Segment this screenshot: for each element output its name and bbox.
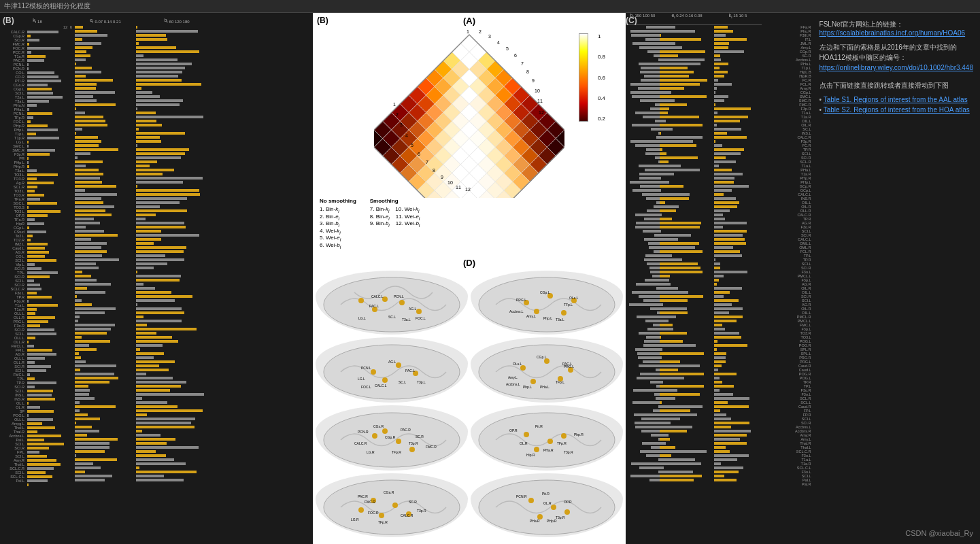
svg-text:T3p.R: T3p.R	[564, 450, 573, 454]
svg-text:PRG.L: PRG.L	[516, 298, 526, 302]
roi-label-r: Pal.R	[762, 482, 813, 486]
table-s1-link[interactable]: Table S1. Regions of interest from the A…	[824, 96, 968, 103]
click-text: 点击下面链接直接跳转或者直接滑动到下图	[820, 82, 949, 89]
panel-b-label: (B)	[3, 16, 14, 25]
ki-chart-rows: CALC.R CGp.R SCI.R FMC.R FOC.R PCC.R T1a…	[0, 30, 75, 520]
colorbar-labels: 1 0.8 0.6 0.4 0.2	[598, 33, 605, 122]
svg-text:6: 6	[514, 53, 517, 58]
svg-text:10: 10	[535, 88, 540, 93]
svg-point-169	[324, 277, 460, 332]
svg-text:CGs.R: CGs.R	[373, 424, 384, 428]
svg-text:Php.L: Php.L	[543, 316, 552, 320]
svg-text:4: 4	[405, 133, 408, 138]
svg-text:PCN.R: PCN.R	[358, 430, 369, 434]
ki-right-header: ki 15 10 5	[714, 13, 762, 25]
colorbar-val-04: 0.4	[598, 95, 605, 101]
svg-text:PHa.R: PHa.R	[543, 448, 554, 452]
right-label-col: FFa.R Phu.R F3III.R IT.L JML.R Amy.L CGp…	[762, 25, 813, 486]
legend-item-3: 3. Bin-bi	[320, 220, 356, 228]
corr-matrix: 1 2 3 4 5 6 7 8 9 10 11 12 12 11 10 9 8 …	[374, 28, 564, 199]
table-s2-row: • Table S2. Regions of interest from the…	[820, 106, 973, 114]
ki-left-bars: 12 6 CALC.R CGp.R SCI.R FMC.R FOC.R PCC.…	[0, 25, 75, 520]
svg-point-269	[528, 498, 534, 503]
right-bar-rows	[626, 25, 762, 515]
svg-text:PAC.L: PAC.L	[405, 369, 415, 373]
svg-point-212	[544, 358, 550, 364]
left-panel: (B) ki 18 12 6 CALC.R C	[0, 13, 313, 544]
watermark: CSDN @xiaobai_Ry	[905, 529, 973, 537]
svg-text:OLs.L: OLs.L	[513, 362, 522, 366]
right-charts: (C) bi 150 100 50 ei 0.24 0.16 0.08 ki 1…	[626, 13, 762, 544]
svg-text:SC.R: SC.R	[416, 435, 424, 439]
svg-text:TFp.R: TFp.R	[392, 450, 401, 454]
ei-left-header: ei 0.07 0.14 0.21	[75, 13, 136, 25]
svg-text:PHa.L: PHa.L	[540, 385, 550, 389]
svg-text:Pit.R: Pit.R	[535, 424, 543, 428]
legend-item-2: 2. Bin-ei	[320, 214, 356, 221]
svg-text:PAC.L: PAC.L	[369, 304, 379, 308]
svg-text:OL.R: OL.R	[543, 501, 552, 505]
colorbar-val-1: 1	[598, 33, 605, 39]
svg-text:TFp.R: TFp.R	[557, 441, 567, 445]
svg-text:CALC.R: CALC.R	[401, 513, 413, 517]
brain-right-2: OLs.L CGp.L PRG.L PAC.L Php.L Amy.L Accb…	[471, 337, 623, 403]
svg-text:OP.R: OP.R	[564, 500, 572, 504]
legend-item-4: 4. Wei-ki	[320, 228, 356, 235]
fsln-prefix: FSLNet官方网站上的链接：	[820, 20, 904, 28]
svg-point-197	[324, 345, 460, 399]
top-bar: 牛津112模板的粗细分化程度	[0, 0, 980, 13]
svg-point-227	[396, 439, 401, 444]
ei-right-header: ei 0.24 0.16 0.08	[660, 13, 714, 25]
svg-text:FMC.R: FMC.R	[426, 445, 437, 449]
bar-row	[649, 478, 660, 482]
bi-left-header: bi 60 120 180	[136, 13, 218, 25]
brain-row-4: PAC.R CGa.R FOC.R CALC.R LG.R TFp.R SC.R…	[313, 472, 626, 540]
svg-text:LG.R: LG.R	[351, 517, 359, 522]
fsln-url[interactable]: https://scalablebrainatlas.incf.org/huma…	[820, 29, 966, 37]
svg-point-171	[399, 300, 405, 305]
svg-text:AG.L: AG.L	[409, 307, 417, 311]
svg-text:1: 1	[393, 102, 396, 107]
svg-text:TFp.L: TFp.L	[564, 303, 573, 307]
svg-text:OLs.L: OLs.L	[569, 296, 579, 300]
smoothing-col: Smoothing 7. Bin-ki 10. Wei-ki 8. Bin-ei…	[370, 198, 420, 250]
svg-text:CGp.R: CGp.R	[385, 435, 396, 439]
colorbar	[579, 33, 588, 122]
paper-url[interactable]: https://onlinelibrary.wiley.com/doi/10.1…	[820, 64, 973, 71]
svg-text:12: 12	[465, 187, 471, 192]
ki-bars	[26, 30, 64, 520]
svg-point-187	[534, 309, 539, 314]
svg-text:PCN.L: PCN.L	[394, 294, 404, 299]
svg-point-258	[358, 507, 364, 513]
legend-item-1: 1. Bin-ki	[320, 206, 356, 214]
svg-text:8: 8	[526, 69, 529, 74]
fsln-link-row: FSLNet官方网站上的链接： https://scalablebrainatl…	[820, 20, 973, 37]
table-s2-link[interactable]: Table S2. Regions of interest from the H…	[824, 106, 970, 114]
svg-text:8: 8	[433, 168, 435, 173]
svg-text:LG.L: LG.L	[358, 316, 366, 320]
col-ei-left: ei 0.07 0.14 0.21	[75, 13, 136, 544]
legend-item-7: 7. Bin-ki 10. Wei-ki	[370, 206, 420, 214]
no-smoothing-label: No smoothing	[320, 198, 356, 204]
svg-point-183	[479, 277, 615, 332]
panel-a-label: (A)	[463, 16, 475, 26]
svg-point-226	[372, 433, 377, 439]
svg-text:CGa.R: CGa.R	[384, 490, 394, 494]
brain-right-3: OP.R OL.R Pit.R Hip.R PHa.R TFp.R T3p.R …	[471, 405, 623, 471]
svg-point-242	[547, 439, 553, 444]
svg-text:T3a.L: T3a.L	[402, 318, 411, 322]
svg-point-270	[551, 505, 556, 510]
brain-row-1: PAC.L PCN.L AG.L CALC.L SC.L FOC.L LG.L …	[313, 268, 626, 336]
svg-text:10: 10	[447, 180, 453, 185]
click-instruction: 点击下面链接直接跳转或者直接滑动到下图	[820, 81, 973, 90]
svg-point-229	[409, 447, 415, 452]
brain-right-4: PCN.R Pit.R OL.R PHa.R PHp.R OP.R T3p.R	[471, 473, 623, 537]
svg-text:4: 4	[497, 40, 500, 45]
svg-text:Hip.R: Hip.R	[526, 453, 535, 457]
ei-right-bars	[660, 25, 714, 515]
svg-text:3: 3	[488, 34, 491, 39]
svg-point-225	[324, 413, 460, 467]
svg-text:CALC.R: CALC.R	[354, 441, 367, 445]
center-panel: (B) (A)	[313, 13, 626, 544]
svg-point-199	[396, 362, 401, 368]
